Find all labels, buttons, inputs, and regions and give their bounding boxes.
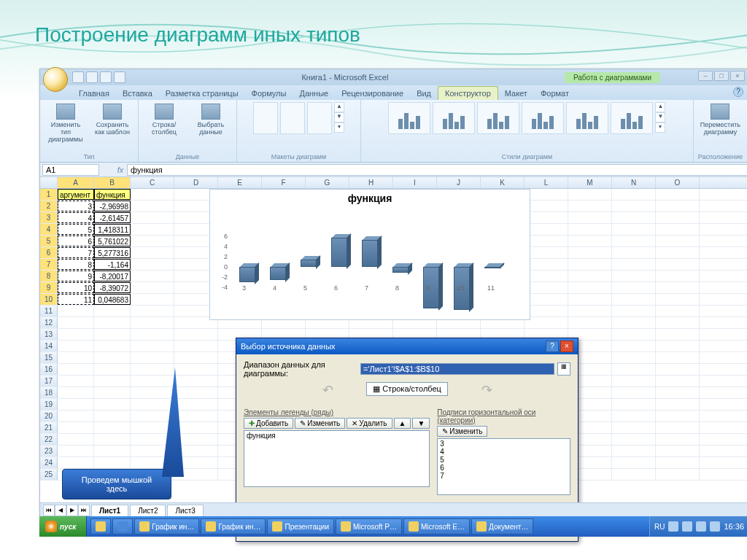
move-chart-button[interactable]: Переместить диаграмму <box>699 102 741 137</box>
row-header[interactable]: 19 <box>40 399 58 410</box>
cell[interactable] <box>656 352 700 363</box>
next-sheet-button[interactable]: ▶ <box>66 505 78 516</box>
cell[interactable] <box>656 271 700 281</box>
cell[interactable]: 0,048683 <box>94 294 131 305</box>
cell[interactable] <box>58 376 94 386</box>
tray-icon[interactable] <box>668 521 678 532</box>
cell[interactable] <box>525 294 568 305</box>
name-box[interactable]: A1 <box>42 164 99 176</box>
cell[interactable] <box>656 259 700 270</box>
cell[interactable] <box>525 317 568 328</box>
cell[interactable] <box>131 224 174 235</box>
row-header[interactable]: 7 <box>40 259 58 270</box>
cell[interactable] <box>94 446 131 456</box>
move-up-button[interactable]: ▲ <box>394 418 411 429</box>
chart-layouts-gallery[interactable]: ▲▼▾ <box>253 102 344 134</box>
cell[interactable] <box>525 306 568 316</box>
tab-format[interactable]: Формат <box>534 87 576 100</box>
save-template-button[interactable]: Сохранить как шаблон <box>91 102 133 144</box>
taskbar-app-button[interactable]: График ин… <box>134 518 199 534</box>
tab-page-layout[interactable]: Разметка страницы <box>159 87 245 100</box>
row-header[interactable]: 3 <box>40 212 58 223</box>
cell[interactable] <box>612 212 656 223</box>
column-header[interactable]: B <box>94 177 131 188</box>
cell[interactable] <box>568 271 612 281</box>
cell[interactable] <box>612 434 656 445</box>
prev-sheet-button[interactable]: ◀ <box>55 505 66 516</box>
dialog-help-button[interactable]: ? <box>546 341 559 352</box>
cell[interactable] <box>131 411 174 421</box>
row-header[interactable]: 16 <box>40 364 58 375</box>
cell[interactable]: -1,164 <box>94 259 131 270</box>
cell[interactable] <box>656 224 700 235</box>
move-down-button[interactable]: ▼ <box>412 418 430 429</box>
row-header[interactable]: 10 <box>40 294 58 305</box>
cell[interactable] <box>174 329 218 340</box>
row-header[interactable]: 13 <box>40 329 58 340</box>
cell[interactable] <box>568 189 612 200</box>
tab-data[interactable]: Данные <box>293 87 335 100</box>
minimize-button[interactable]: – <box>698 71 713 81</box>
cell[interactable] <box>656 317 700 328</box>
office-button[interactable] <box>43 67 68 92</box>
range-picker-icon[interactable]: ▦ <box>557 362 570 376</box>
switch-row-column-dialog-button[interactable]: ▦ Строка/столбец <box>366 382 448 396</box>
taskbar-app-button[interactable]: Документ… <box>471 518 533 534</box>
categories-listbox[interactable]: 34567 <box>437 438 570 495</box>
cell[interactable] <box>656 446 700 456</box>
cell[interactable] <box>58 399 94 410</box>
taskbar-app-button[interactable]: Microsoft E… <box>403 518 470 534</box>
row-header[interactable]: 20 <box>40 411 58 421</box>
cell[interactable] <box>612 469 656 480</box>
column-header[interactable]: D <box>174 177 218 188</box>
cell[interactable] <box>656 387 700 398</box>
cell[interactable] <box>94 411 131 421</box>
cell[interactable] <box>131 259 174 270</box>
cell[interactable] <box>94 376 131 386</box>
edit-categories-button[interactable]: ✎Изменить <box>437 426 487 437</box>
cell[interactable] <box>656 306 700 316</box>
add-series-button[interactable]: ✚Добавить <box>244 418 293 429</box>
cell[interactable] <box>656 376 700 386</box>
cell[interactable] <box>174 387 218 398</box>
tab-chart-layout[interactable]: Макет <box>498 87 534 100</box>
clock[interactable]: 16:36 <box>724 522 744 531</box>
system-tray[interactable]: RU 16:36 <box>649 516 747 537</box>
cell[interactable] <box>94 306 131 316</box>
row-header[interactable]: 5 <box>40 236 58 246</box>
cell[interactable] <box>612 364 656 375</box>
cell[interactable] <box>568 236 612 246</box>
cell[interactable] <box>656 236 700 246</box>
cell[interactable] <box>58 457 94 468</box>
cell[interactable] <box>612 422 656 433</box>
sheet-tab-1[interactable]: Лист1 <box>91 505 128 516</box>
cell[interactable] <box>94 317 131 328</box>
row-header[interactable]: 8 <box>40 271 58 281</box>
cell[interactable] <box>131 341 174 351</box>
cell[interactable]: функция <box>94 189 131 200</box>
cell[interactable] <box>612 306 656 316</box>
cell[interactable] <box>58 434 94 445</box>
cell[interactable] <box>656 364 700 375</box>
column-header[interactable]: H <box>349 177 393 188</box>
taskbar-app-button[interactable]: График ин… <box>201 518 266 534</box>
cell[interactable] <box>612 411 656 421</box>
column-header[interactable]: I <box>393 177 437 188</box>
cell[interactable] <box>612 259 656 270</box>
cell[interactable]: 5,761022 <box>94 236 131 246</box>
cell[interactable]: -8,20017 <box>94 271 131 281</box>
cell[interactable] <box>94 399 131 410</box>
cell[interactable] <box>131 364 174 375</box>
row-header[interactable]: 22 <box>40 434 58 445</box>
cell[interactable]: 4 <box>58 212 94 223</box>
row-header[interactable]: 18 <box>40 387 58 398</box>
cell[interactable] <box>612 387 656 398</box>
tab-design[interactable]: Конструктор <box>438 86 498 100</box>
cell[interactable] <box>612 329 656 340</box>
cell[interactable] <box>612 341 656 351</box>
cell[interactable] <box>656 329 700 340</box>
cell[interactable] <box>58 341 94 351</box>
column-header[interactable]: G <box>306 177 349 188</box>
cell[interactable]: 5 <box>58 224 94 235</box>
select-data-button[interactable]: Выбрать данные <box>190 102 232 137</box>
